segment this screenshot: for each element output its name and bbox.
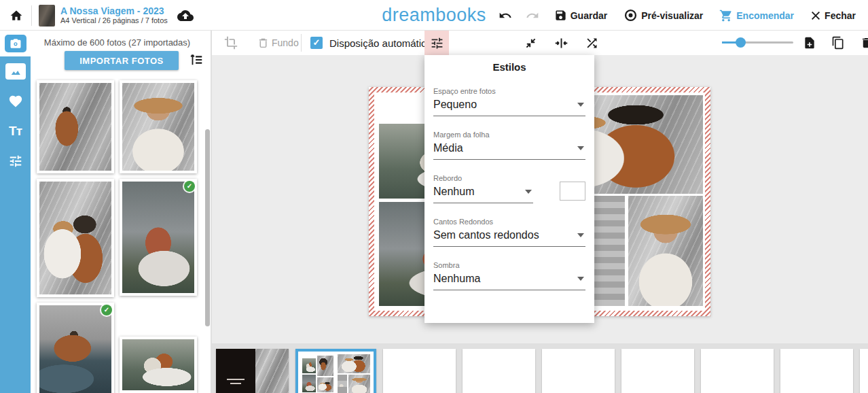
photo-thumbnail-couple-rocks[interactable] <box>37 80 114 173</box>
field-photo-spacing[interactable]: Espaço entre fotos Pequeno <box>433 87 585 116</box>
photo-thumbnail-couple-boat[interactable] <box>120 337 197 393</box>
order-label: Encomendar <box>736 10 794 21</box>
redo-button[interactable] <box>522 5 543 27</box>
sidebar-item-camera[interactable] <box>0 31 31 56</box>
mini-photo <box>302 375 316 392</box>
preview-button[interactable]: Pré-visualizar <box>618 4 708 27</box>
page-thumbnail-empty[interactable] <box>621 349 694 393</box>
field-value: Nenhum <box>433 182 533 203</box>
auto-layout-checkbox[interactable]: ✓ <box>310 37 323 49</box>
dropdown-arrow-icon <box>577 277 584 281</box>
photo-image <box>39 182 111 294</box>
field-page-margin[interactable]: Margem da folha Média <box>433 131 585 160</box>
tune-icon <box>8 154 23 169</box>
project-title: A Nossa Viagem - 2023 <box>60 5 168 16</box>
field-value: Média <box>433 139 585 160</box>
center-horizontal-button[interactable] <box>551 33 571 53</box>
photo-image <box>39 83 111 171</box>
delete-icon <box>860 36 868 50</box>
add-page-icon <box>803 36 816 50</box>
page-thumbnail-empty[interactable] <box>860 349 868 393</box>
dropdown-arrow-icon <box>525 190 532 194</box>
photos-scrollbar[interactable] <box>205 129 210 326</box>
page-thumbnail-empty[interactable] <box>463 349 535 393</box>
sidebar-item-styles[interactable] <box>0 146 31 176</box>
project-info: A Nossa Viagem - 2023 A4 Vertical / 26 p… <box>60 5 168 25</box>
import-photos-button[interactable]: IMPORTAR FOTOS <box>65 51 179 70</box>
cloud-saved-icon <box>177 7 194 24</box>
duplicate-page-button[interactable] <box>829 33 848 52</box>
page-thumbnail-empty[interactable] <box>542 349 615 393</box>
delete-page-button[interactable] <box>857 33 868 52</box>
page-thumbnail-empty[interactable] <box>780 349 853 393</box>
close-button[interactable]: Fechar <box>805 6 861 25</box>
swatch-fold-icon <box>568 186 573 191</box>
tune-highlight-icon <box>430 36 444 50</box>
save-button[interactable]: Guardar <box>549 5 613 26</box>
field-value: Sem cantos redondos <box>433 226 585 247</box>
mini-photo <box>338 375 347 393</box>
sort-icon <box>189 52 204 67</box>
sort-photos-button[interactable] <box>189 52 204 67</box>
fit-page-button[interactable] <box>521 33 541 53</box>
shuffle-icon <box>585 36 599 50</box>
preview-eye-icon <box>623 8 638 22</box>
background-button[interactable]: Fundo <box>255 34 302 52</box>
add-page-button[interactable] <box>800 33 819 52</box>
page-photo-portrait[interactable] <box>628 196 703 306</box>
border-color-swatch[interactable] <box>560 182 585 201</box>
project-cover-thumbnail <box>39 5 55 27</box>
mini-photo <box>348 375 370 393</box>
styles-button[interactable] <box>424 31 449 55</box>
close-icon <box>810 10 821 21</box>
sidebar-item-favorites[interactable] <box>0 86 31 116</box>
collapse-diagonal-icon <box>524 36 538 50</box>
photo-thumbnail-man-boat[interactable]: ✓ <box>37 303 114 393</box>
topbar: A Nossa Viagem - 2023 A4 Vertical / 26 p… <box>0 0 868 31</box>
crop-icon <box>224 36 238 50</box>
photo-thumbnail-selfie-couple[interactable] <box>37 179 114 297</box>
redo-icon <box>526 9 539 22</box>
page-thumbnail-current[interactable] <box>295 349 376 393</box>
cover-front <box>216 349 255 393</box>
crop-button[interactable] <box>221 33 240 52</box>
text-tool-icon: Tᴛ <box>9 124 22 139</box>
cart-icon <box>719 9 733 22</box>
photo-thumbnail-woman-hat[interactable] <box>120 80 197 173</box>
close-label: Fechar <box>825 10 856 21</box>
field-shadow[interactable]: Sombra Nenhuma <box>433 261 585 290</box>
dropdown-arrow-icon <box>577 233 584 237</box>
field-label: Cantos Redondos <box>433 218 585 226</box>
shuffle-layout-button[interactable] <box>582 33 602 53</box>
heart-icon <box>7 94 24 109</box>
zoom-slider[interactable] <box>722 41 793 44</box>
divider <box>31 5 32 26</box>
field-border[interactable]: Rebordo Nenhum <box>433 174 533 203</box>
order-button[interactable]: Encomendar <box>714 5 799 27</box>
field-value: Pequeno <box>433 95 585 116</box>
photo-image <box>122 182 194 293</box>
page-thumbnail-empty[interactable] <box>383 349 456 393</box>
editor-toolbar: Fundo ✓ Disposição automática <box>212 31 868 55</box>
field-label: Margem da folha <box>433 131 585 139</box>
photobook-editor: A Nossa Viagem - 2023 A4 Vertical / 26 p… <box>0 0 868 393</box>
field-value: Nenhuma <box>433 269 585 290</box>
save-label: Guardar <box>571 10 607 21</box>
project-subtitle: A4 Vertical / 26 páginas / 7 fotos <box>60 16 168 25</box>
field-rounded-corners[interactable]: Cantos Redondos Sem cantos redondos <box>433 218 585 247</box>
home-button[interactable] <box>7 6 26 25</box>
copy-icon <box>831 36 845 50</box>
sidebar-item-photos[interactable] <box>0 56 31 86</box>
page-thumbnail-empty[interactable] <box>701 349 774 393</box>
photo-thumbnail-woman-lake[interactable]: ✓ <box>120 179 197 296</box>
image-icon <box>5 63 26 80</box>
mini-photo <box>302 358 316 373</box>
zoom-slider-thumb[interactable] <box>736 37 746 48</box>
photo-used-check-icon: ✓ <box>184 181 195 192</box>
cover-subtitle-text <box>230 383 241 384</box>
styles-popup: Estilos Espaço entre fotos Pequeno Marge… <box>424 55 594 323</box>
camera-icon <box>5 35 26 52</box>
sidebar-item-text[interactable]: Tᴛ <box>0 116 31 146</box>
undo-button[interactable] <box>494 5 516 27</box>
page-thumbnail-cover[interactable] <box>216 349 289 393</box>
